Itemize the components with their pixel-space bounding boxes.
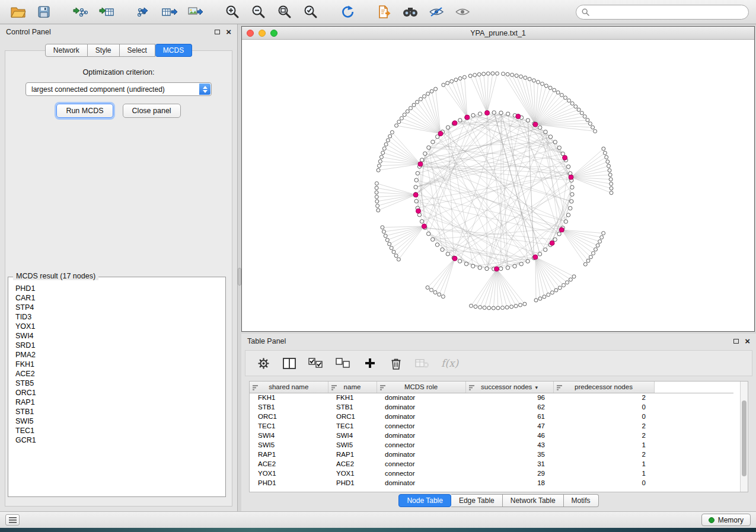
graph-node[interactable] (569, 206, 572, 210)
graph-node[interactable] (532, 79, 535, 82)
graph-node[interactable] (605, 155, 608, 159)
table-cell[interactable]: SWI5 (250, 440, 328, 450)
graph-node[interactable] (558, 286, 562, 290)
table-cell[interactable]: PHD1 (250, 478, 328, 488)
zoom-selected-button[interactable] (300, 2, 321, 21)
graph-node[interactable] (544, 130, 547, 134)
graph-node[interactable] (379, 155, 383, 159)
table-scrollbar-thumb[interactable] (742, 400, 747, 476)
graph-hub-node[interactable] (533, 122, 538, 127)
tab-mcds[interactable]: MCDS (155, 44, 192, 57)
column-header-shared-name[interactable]: shared name (250, 382, 328, 393)
criterion-dropdown[interactable]: largest connected component (undirected) (25, 82, 212, 96)
table-cell[interactable]: 62 (465, 402, 553, 412)
graph-node[interactable] (388, 242, 391, 246)
table-cell[interactable]: 2 (553, 393, 654, 402)
table-cell[interactable]: 29 (465, 469, 553, 478)
graph-node[interactable] (381, 151, 385, 155)
mcds-result-item[interactable]: PMA2 (15, 350, 218, 360)
graph-node[interactable] (491, 72, 495, 75)
graph-node[interactable] (416, 171, 419, 175)
graph-node[interactable] (538, 297, 542, 300)
graph-node[interactable] (384, 143, 388, 146)
graph-node[interactable] (400, 117, 403, 120)
graph-node[interactable] (414, 178, 418, 182)
graph-node[interactable] (434, 87, 438, 91)
graph-hub-node[interactable] (485, 111, 490, 116)
graph-node[interactable] (577, 108, 580, 111)
graph-node[interactable] (506, 72, 509, 76)
graph-node[interactable] (594, 130, 597, 133)
mcds-result-item[interactable]: STB1 (15, 407, 218, 416)
graph-node[interactable] (526, 259, 529, 263)
graph-node[interactable] (602, 232, 605, 235)
graph-node[interactable] (441, 295, 445, 299)
graph-node[interactable] (505, 306, 509, 309)
table-cell[interactable]: 43 (465, 440, 553, 450)
table-row[interactable]: YOX1YOX1connector291 (250, 469, 733, 478)
zoom-in-button[interactable] (222, 2, 243, 21)
mcds-result-item[interactable]: RAP1 (15, 398, 218, 407)
graph-node[interactable] (506, 266, 509, 270)
float-window-icon[interactable] (733, 339, 739, 344)
share-document-button[interactable] (374, 2, 395, 21)
graph-node[interactable] (506, 112, 510, 116)
table-tab-network-table[interactable]: Network Table (503, 494, 564, 507)
graph-node[interactable] (435, 243, 439, 246)
table-row[interactable]: PHD1PHD1dominator180 (250, 478, 733, 488)
graph-node[interactable] (485, 267, 489, 270)
graph-node[interactable] (583, 115, 586, 118)
status-menu-button[interactable] (5, 514, 20, 525)
graph-node[interactable] (446, 252, 449, 256)
mcds-result-item[interactable]: TEC1 (15, 426, 218, 435)
add-row-button[interactable] (363, 355, 377, 371)
mcds-result-item[interactable]: TID3 (15, 312, 218, 322)
table-cell[interactable]: ACE2 (328, 459, 377, 469)
table-row[interactable]: SWI4SWI4dominator462 (250, 431, 733, 440)
graph-node[interactable] (548, 86, 552, 89)
graph-node[interactable] (377, 168, 380, 172)
mcds-result-item[interactable]: SWI5 (15, 416, 218, 426)
graph-node[interactable] (375, 186, 378, 190)
table-row[interactable]: TEC1TEC1connector472 (250, 421, 733, 431)
column-header-successor-nodes[interactable]: successor nodes▾ (465, 382, 553, 393)
graph-node[interactable] (580, 111, 583, 115)
graph-node[interactable] (464, 262, 468, 265)
graph-node[interactable] (487, 306, 491, 310)
graph-hub-node[interactable] (438, 132, 443, 136)
graph-node[interactable] (375, 200, 379, 203)
graph-node[interactable] (375, 182, 378, 185)
clear-all-button[interactable] (415, 355, 429, 371)
graph-node[interactable] (376, 204, 379, 208)
table-tab-node-table[interactable]: Node Table (398, 494, 451, 507)
graph-node[interactable] (458, 118, 462, 122)
graph-node[interactable] (564, 96, 567, 100)
graph-node[interactable] (431, 140, 435, 143)
mcds-result-item[interactable]: STP4 (15, 303, 218, 312)
table-cell[interactable]: 61 (465, 412, 553, 421)
graph-node[interactable] (553, 238, 557, 241)
column-header-predecessor-nodes[interactable]: predecessor nodes (553, 382, 654, 393)
table-cell[interactable]: SWI4 (328, 431, 377, 440)
graph-node[interactable] (566, 281, 569, 284)
close-panel-icon[interactable]: × (745, 338, 750, 344)
graph-hub-node[interactable] (452, 256, 457, 261)
graph-node[interactable] (598, 240, 602, 243)
graph-node[interactable] (438, 293, 441, 296)
close-panel-icon[interactable]: × (226, 29, 231, 35)
table-cell[interactable]: dominator (377, 478, 465, 488)
graph-node[interactable] (610, 182, 613, 185)
table-cell[interactable]: STB1 (328, 402, 377, 412)
graph-node[interactable] (483, 306, 486, 309)
graph-hub-node[interactable] (465, 115, 470, 120)
deselect-all-rows-button[interactable] (336, 355, 351, 371)
graph-node[interactable] (423, 152, 427, 155)
mcds-result-item[interactable]: FKH1 (15, 360, 218, 369)
graph-node[interactable] (414, 185, 417, 189)
graph-node[interactable] (468, 74, 472, 78)
function-builder-button[interactable]: f(x) (441, 355, 458, 371)
graph-node[interactable] (609, 178, 613, 181)
table-cell[interactable]: 0 (553, 412, 654, 421)
graph-node[interactable] (426, 92, 430, 95)
table-row[interactable]: FKH1FKH1dominator962 (250, 393, 733, 402)
